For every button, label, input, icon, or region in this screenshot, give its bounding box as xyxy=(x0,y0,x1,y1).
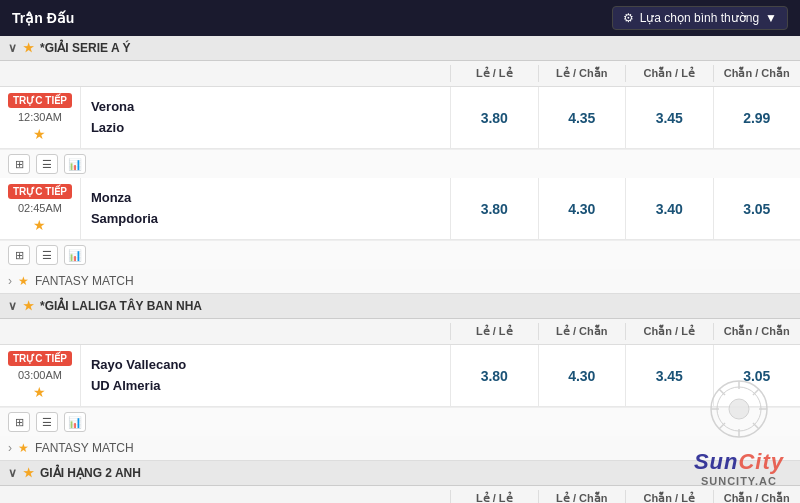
match-teams-1: Verona Lazio xyxy=(81,87,450,148)
filter-label: Lựa chọn bình thường xyxy=(640,11,759,25)
odd-1-3[interactable]: 3.45 xyxy=(625,87,713,148)
list-icon-1[interactable]: ☰ xyxy=(36,154,58,174)
col-le-chan-ch: Lẻ / Chẵn xyxy=(538,490,626,503)
league-header-serie-a[interactable]: ∨ ★ *GIẢI SERIE A Ý xyxy=(0,36,800,61)
team1-name-2: Monza xyxy=(91,188,440,209)
star-icon[interactable]: ★ xyxy=(23,41,34,55)
col-chan-le-ch: Chẵn / Lẻ xyxy=(625,490,713,503)
live-badge-2: TRỰC TIẾP xyxy=(8,184,72,199)
odd-3-2[interactable]: 4.30 xyxy=(538,345,626,406)
match-time-2: 02:45AM xyxy=(18,202,62,214)
filter-button[interactable]: ⚙ Lựa chọn bình thường ▼ xyxy=(612,6,788,30)
odds-header-serie-a: Lẻ / Lẻ Lẻ / Chẵn Chẵn / Lẻ Chẵn / Chẵn xyxy=(0,61,800,87)
chart-icon-1[interactable]: 📊 xyxy=(64,154,86,174)
col-le-le-laliga: Lẻ / Lẻ xyxy=(450,323,538,340)
team2-name-2: Sampdoria xyxy=(91,209,440,230)
match-monza-sampdoria: TRỰC TIẾP 02:45AM ★ Monza Sampdoria 3.80… xyxy=(0,178,800,269)
chart-icon-3[interactable]: 📊 xyxy=(64,412,86,432)
chart-icon-2[interactable]: 📊 xyxy=(64,245,86,265)
laliga-section: ∨ ★ *GIẢI LALIGA TÂY BAN NHA Lẻ / Lẻ Lẻ … xyxy=(0,294,800,436)
header-title: Trận Đấu xyxy=(12,10,74,26)
fantasy-row-1[interactable]: › ★ FANTASY MATCH xyxy=(0,269,800,294)
match-rayo-almeria: TRỰC TIẾP 03:00AM ★ Rayo Vallecano UD Al… xyxy=(0,345,800,436)
match-icons-2: ⊞ ☰ 📊 xyxy=(0,240,800,269)
col-chan-chan-laliga: Chẵn / Chẵn xyxy=(713,323,801,340)
match-col-spacer-ch xyxy=(0,490,450,503)
team1-name-1: Verona xyxy=(91,97,440,118)
match-teams-2: Monza Sampdoria xyxy=(81,178,450,239)
live-badge-1: TRỰC TIẾP xyxy=(8,93,72,108)
odd-2-2[interactable]: 4.30 xyxy=(538,178,626,239)
fantasy-label-1: FANTASY MATCH xyxy=(35,274,134,288)
odd-3-1[interactable]: 3.80 xyxy=(450,345,538,406)
col-chan-le-laliga: Chẵn / Lẻ xyxy=(625,323,713,340)
match-time-3: 03:00AM xyxy=(18,369,62,381)
fantasy-expand-icon-2[interactable]: › xyxy=(8,441,12,455)
match-status-2: TRỰC TIẾP 02:45AM ★ xyxy=(0,178,81,239)
fantasy-star-2[interactable]: ★ xyxy=(18,441,29,455)
championship-section: ∨ ★ GIẢI HẠNG 2 ANH Lẻ / Lẻ Lẻ / Chẵn Ch… xyxy=(0,461,800,503)
match-time-1: 12:30AM xyxy=(18,111,62,123)
odd-1-1[interactable]: 3.80 xyxy=(450,87,538,148)
league-name-serie-a: *GIẢI SERIE A Ý xyxy=(40,41,130,55)
odd-2-4[interactable]: 3.05 xyxy=(713,178,801,239)
odd-2-3[interactable]: 3.40 xyxy=(625,178,713,239)
filter-icon: ⚙ xyxy=(623,11,634,25)
star-icon-championship[interactable]: ★ xyxy=(23,466,34,480)
col-chan-chan-ch: Chẵn / Chẵn xyxy=(713,490,801,503)
expand-icon-championship[interactable]: ∨ xyxy=(8,466,17,480)
odds-header-laliga: Lẻ / Lẻ Lẻ / Chẵn Chẵn / Lẻ Chẵn / Chẵn xyxy=(0,319,800,345)
fantasy-star-1[interactable]: ★ xyxy=(18,274,29,288)
list-icon-3[interactable]: ☰ xyxy=(36,412,58,432)
odd-2-1[interactable]: 3.80 xyxy=(450,178,538,239)
odd-1-4[interactable]: 2.99 xyxy=(713,87,801,148)
list-icon-2[interactable]: ☰ xyxy=(36,245,58,265)
league-name-championship: GIẢI HẠNG 2 ANH xyxy=(40,466,141,480)
expand-icon[interactable]: ∨ xyxy=(8,41,17,55)
match-status-1: TRỰC TIẾP 12:30AM ★ xyxy=(0,87,81,148)
chevron-down-icon: ▼ xyxy=(765,11,777,25)
fantasy-row-2[interactable]: › ★ FANTASY MATCH xyxy=(0,436,800,461)
match-star-1[interactable]: ★ xyxy=(33,126,46,142)
live-badge-3: TRỰC TIẾP xyxy=(8,351,72,366)
match-icons-1: ⊞ ☰ 📊 xyxy=(0,149,800,178)
match-col-spacer xyxy=(0,65,450,82)
odd-1-2[interactable]: 4.35 xyxy=(538,87,626,148)
col-le-le: Lẻ / Lẻ xyxy=(450,65,538,82)
league-header-championship[interactable]: ∨ ★ GIẢI HẠNG 2 ANH xyxy=(0,461,800,486)
stats-icon-3[interactable]: ⊞ xyxy=(8,412,30,432)
match-star-3[interactable]: ★ xyxy=(33,384,46,400)
match-teams-3: Rayo Vallecano UD Almeria xyxy=(81,345,450,406)
odd-3-3[interactable]: 3.45 xyxy=(625,345,713,406)
match-col-spacer-laliga xyxy=(0,323,450,340)
app-header: Trận Đấu ⚙ Lựa chọn bình thường ▼ xyxy=(0,0,800,36)
col-chan-le: Chẵn / Lẻ xyxy=(625,65,713,82)
col-chan-chan: Chẵn / Chẵn xyxy=(713,65,801,82)
col-le-chan: Lẻ / Chẵn xyxy=(538,65,626,82)
team2-name-1: Lazio xyxy=(91,118,440,139)
fantasy-expand-icon-1[interactable]: › xyxy=(8,274,12,288)
match-star-2[interactable]: ★ xyxy=(33,217,46,233)
stats-icon-2[interactable]: ⊞ xyxy=(8,245,30,265)
star-icon-laliga[interactable]: ★ xyxy=(23,299,34,313)
col-le-le-ch: Lẻ / Lẻ xyxy=(450,490,538,503)
match-verona-lazio: TRỰC TIẾP 12:30AM ★ Verona Lazio 3.80 4.… xyxy=(0,87,800,178)
serie-a-section: ∨ ★ *GIẢI SERIE A Ý Lẻ / Lẻ Lẻ / Chẵn Ch… xyxy=(0,36,800,269)
league-name-laliga: *GIẢI LALIGA TÂY BAN NHA xyxy=(40,299,202,313)
stats-icon-1[interactable]: ⊞ xyxy=(8,154,30,174)
league-header-laliga[interactable]: ∨ ★ *GIẢI LALIGA TÂY BAN NHA xyxy=(0,294,800,319)
match-status-3: TRỰC TIẾP 03:00AM ★ xyxy=(0,345,81,406)
odds-header-championship: Lẻ / Lẻ Lẻ / Chẵn Chẵn / Lẻ Chẵn / Chẵn xyxy=(0,486,800,503)
odd-3-4[interactable]: 3.05 xyxy=(713,345,801,406)
team2-name-3: UD Almeria xyxy=(91,376,440,397)
col-le-chan-laliga: Lẻ / Chẵn xyxy=(538,323,626,340)
team1-name-3: Rayo Vallecano xyxy=(91,355,440,376)
match-icons-3: ⊞ ☰ 📊 xyxy=(0,407,800,436)
fantasy-label-2: FANTASY MATCH xyxy=(35,441,134,455)
expand-icon-laliga[interactable]: ∨ xyxy=(8,299,17,313)
